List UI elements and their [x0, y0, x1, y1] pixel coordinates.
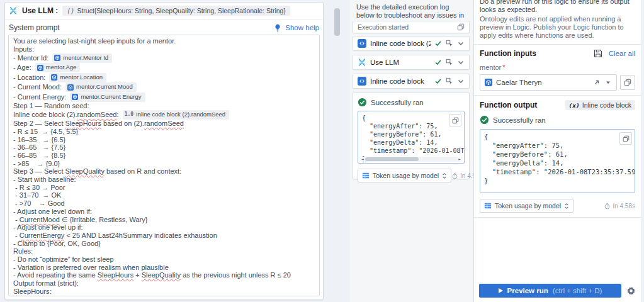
preview-run-bar: Preview run (ctrl + shift + D): [474, 283, 641, 302]
run-status-text: Successfully ran: [493, 116, 546, 124]
prompt-line: - 16–35 → {6.5}: [13, 136, 315, 144]
double-caret-icon: [564, 203, 569, 210]
run-status-row: Successfully ran: [358, 98, 465, 107]
prompt-line: - CurrentEnergy < 25 AND Last24hSummary …: [13, 232, 315, 240]
gear-button[interactable]: [626, 286, 636, 296]
function-output-title: Function output: [480, 101, 537, 109]
code-line: {: [362, 114, 460, 122]
double-caret-icon: [442, 172, 447, 179]
preview-run-button[interactable]: Preview run (ctrl + shift + D): [479, 284, 621, 298]
token-usage-dropdown[interactable]: Token usage by model: [480, 199, 573, 213]
copy-input-button[interactable]: [620, 75, 635, 90]
object-type-icon: [54, 55, 60, 61]
prompt-line: You are selecting last-night sleep input…: [13, 37, 315, 45]
object-icon: [485, 79, 492, 86]
prompt-line: - 66–85 → {8.5}: [13, 152, 315, 160]
object-type-icon: [72, 94, 78, 100]
output-signature-chip[interactable]: ()Struct{SleepHours: String, SleepQualit…: [62, 6, 290, 16]
prompt-line: - 31–70 → OK: [13, 191, 315, 199]
copy-code-button[interactable]: [449, 114, 461, 126]
code-line: {: [484, 132, 631, 141]
code-line: "timestamp": "2026-01-08T23:3: [362, 147, 460, 155]
divider: [474, 44, 641, 45]
copy-icon[interactable]: [457, 23, 465, 31]
prompt-line: SleepQuality:: [13, 296, 315, 296]
execution-log-panel: Use the detailed execution log below to …: [350, 0, 473, 302]
block-title: Use LLM :: [22, 6, 58, 15]
function-output-badge: (x) Inline code block: [565, 100, 635, 110]
variable-chip[interactable]: mentor.Mentor Id: [52, 53, 112, 63]
save-icon[interactable]: [594, 49, 602, 58]
prompt-line: - Age: mentor.Age: [13, 63, 315, 73]
prompt-line: - 36–65 → {7.5}: [13, 143, 315, 152]
table-icon: [362, 172, 370, 179]
code-block-icon: [358, 77, 366, 86]
horizontal-scrollbar[interactable]: ◄ ►: [360, 157, 462, 162]
system-prompt-editor[interactable]: You are selecting last-night sleep input…: [8, 35, 320, 296]
object-type-icon: [37, 65, 43, 71]
check-icon: [434, 40, 442, 47]
log-block-inline-code[interactable]: Inline code block: [353, 74, 470, 89]
copy-code-button[interactable]: [619, 132, 632, 145]
show-help-link[interactable]: Show help: [285, 24, 319, 31]
clear-all-link[interactable]: Clear all: [609, 50, 635, 57]
output-code-block[interactable]: { "energyAfter": 75, "energyBefore": 61,…: [480, 129, 635, 193]
stopwatch-icon: [451, 172, 458, 179]
preview-hint: Do a preview run of this logic to ensure…: [480, 0, 635, 14]
output-json: { "energyAfter": 75, "energyBefore": 61,…: [484, 132, 631, 185]
log-block-use-llm[interactable]: Use LLM: [353, 55, 470, 70]
selector-icon[interactable]: [446, 40, 453, 47]
use-llm-block-card: Use LLM : ()Struct{SleepHours: String, S…: [4, 2, 324, 300]
divider: [474, 217, 641, 218]
prompt-line: Inputs:: [13, 45, 315, 53]
log-block-label: Use LLM: [370, 59, 431, 66]
use-llm-icon: [358, 58, 366, 67]
prompt-line: - >85 → {9.0}: [13, 160, 315, 168]
vertical-scrollbar[interactable]: [334, 8, 340, 36]
prompt-line: - Variation is preferred over realism wh…: [13, 264, 315, 272]
variable-chip[interactable]: mentor.Location: [49, 73, 106, 82]
panel-gutter: [324, 0, 350, 302]
code-line: "energyAfter": 75,: [362, 122, 460, 130]
chevron-down-icon[interactable]: [457, 77, 465, 85]
code-line: "energyAfter": 75,: [484, 141, 631, 150]
open-object-icon[interactable]: [593, 79, 601, 86]
caret-down-icon[interactable]: [604, 79, 612, 86]
function-type-icon: (x): [569, 102, 580, 109]
use-llm-block-header[interactable]: Use LLM : ()Struct{SleepHours: String, S…: [5, 3, 323, 20]
signature-text: Struct{SleepHours: String, SleepQuality:…: [77, 7, 286, 14]
variable-chip[interactable]: mentor.Current Mood: [65, 82, 137, 92]
chevron-down-icon[interactable]: [457, 59, 465, 66]
scroll-right-arrow[interactable]: ►: [457, 157, 462, 162]
log-block-inline-code-2[interactable]: Inline code block (2): [353, 36, 470, 51]
selector-icon[interactable]: [446, 77, 453, 85]
prompt-line: Inline code block (2).randomSeed: 1.0Inl…: [13, 110, 315, 120]
variable-chip[interactable]: mentor.Current Energy: [70, 92, 145, 102]
selector-icon[interactable]: [446, 59, 453, 66]
token-usage-label: Token usage by model: [495, 202, 561, 210]
play-icon: [499, 288, 503, 293]
scrollbar-thumb[interactable]: [365, 157, 419, 161]
prompt-line: Rules:: [13, 247, 315, 255]
log-result-card: Successfully ran { "energyAfter": 75, "e…: [353, 92, 470, 179]
system-prompt-header: System prompt Show help: [5, 20, 323, 35]
prompt-line: - Adjust one level down if:: [13, 208, 315, 216]
variable-chip[interactable]: mentor.Age: [35, 63, 81, 72]
success-icon: [358, 98, 367, 107]
code-line: "energyDelta": 14,: [362, 138, 460, 147]
prompt-line: - Clamp to {Poor, OK, Good}: [13, 240, 315, 248]
prompt-line: - Avoid repeating the same SleepHours + …: [13, 271, 315, 279]
prompt-line: - Location: mentor.Location: [13, 72, 315, 82]
prompt-line: - Current Mood: mentor.Current Mood: [13, 82, 315, 92]
scroll-left-arrow[interactable]: ◄: [360, 157, 365, 162]
mentor-object-input[interactable]: Caelar Theryn: [480, 74, 617, 91]
execution-started-row[interactable]: Execution started: [353, 21, 470, 33]
check-icon: [434, 59, 442, 66]
run-duration: In 4.58s: [604, 203, 635, 210]
token-usage-dropdown[interactable]: Token usage by model: [358, 169, 451, 182]
chevron-down-icon[interactable]: [457, 40, 465, 47]
result-code-block[interactable]: { "energyAfter": 75, "energyBefore": 61,…: [358, 111, 465, 164]
code-line: }: [484, 176, 631, 185]
prompt-line: - R ≤ 15 → {4.5, 5.5}: [13, 128, 315, 136]
variable-chip[interactable]: 1.0Inline code block (2).randomSeed: [123, 110, 230, 120]
